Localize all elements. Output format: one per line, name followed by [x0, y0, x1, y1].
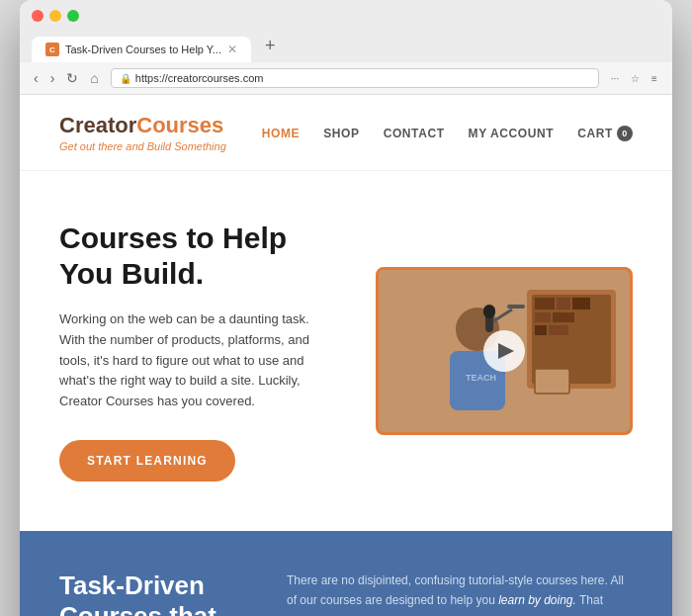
home-nav-button[interactable]: ⌂	[86, 68, 102, 88]
traffic-lights	[32, 10, 660, 22]
hero-section: Courses to Help You Build. Working on th…	[20, 171, 672, 531]
nav-contact[interactable]: CONTACT	[384, 124, 445, 141]
nav-shop-link[interactable]: SHOP	[323, 127, 359, 140]
lock-icon: 🔒	[120, 73, 131, 84]
hero-text: Courses to Help You Build. Working on th…	[59, 220, 346, 482]
blue-section-left: Task-Driven Courses that put the	[59, 571, 257, 616]
minimize-button[interactable]	[49, 10, 61, 22]
svg-rect-15	[483, 305, 495, 318]
maximize-button[interactable]	[67, 10, 79, 22]
site-nav: CreatorCourses Get out there and Build S…	[20, 95, 672, 171]
svg-rect-17	[507, 305, 525, 308]
cart-count-badge: 0	[617, 126, 633, 141]
svg-rect-4	[557, 298, 570, 309]
play-icon	[498, 343, 514, 359]
svg-rect-8	[535, 325, 547, 335]
svg-rect-5	[572, 298, 590, 309]
browser-toolbar: ··· ☆ ≡	[607, 70, 662, 86]
refresh-button[interactable]: ↻	[62, 68, 82, 88]
address-bar[interactable]: 🔒 https://creatorcourses.com	[111, 68, 599, 88]
website-content: CreatorCourses Get out there and Build S…	[20, 95, 672, 616]
blue-section-title: Task-Driven Courses that put the	[59, 571, 257, 616]
svg-rect-3	[535, 298, 555, 309]
tab-close-button[interactable]: ✕	[227, 43, 237, 56]
new-tab-button[interactable]: +	[255, 30, 286, 62]
logo[interactable]: CreatorCourses Get out there and Build S…	[59, 113, 226, 152]
nav-buttons: ‹ › ↻ ⌂	[30, 68, 103, 88]
video-container[interactable]: TEACH	[376, 267, 633, 435]
address-bar-row: ‹ › ↻ ⌂ 🔒 https://creatorcourses.com ···…	[20, 62, 672, 95]
hero-video: TEACH	[376, 267, 633, 435]
nav-home-link[interactable]: HOME	[262, 127, 300, 140]
logo-tagline: Get out there and Build Something	[59, 140, 226, 152]
nav-contact-link[interactable]: CONTACT	[384, 127, 445, 140]
nav-cart[interactable]: CART 0	[577, 124, 633, 141]
back-button[interactable]: ‹	[30, 68, 43, 88]
nav-my-account[interactable]: MY ACCOUNT	[469, 124, 555, 141]
url-text: https://creatorcourses.com	[135, 72, 264, 84]
browser-chrome: C Task-Driven Courses to Help Y... ✕ +	[20, 0, 672, 62]
active-tab[interactable]: C Task-Driven Courses to Help Y... ✕	[32, 37, 251, 62]
logo-courses: Courses	[136, 113, 223, 137]
video-thumbnail: TEACH	[379, 270, 630, 432]
logo-text: CreatorCourses	[59, 113, 226, 138]
svg-rect-7	[553, 312, 574, 322]
browser-window: C Task-Driven Courses to Help Y... ✕ + ‹…	[20, 0, 672, 616]
svg-text:TEACH: TEACH	[466, 373, 496, 383]
cart-badge: CART 0	[577, 126, 633, 141]
bookmark-icon: ☆	[627, 70, 643, 86]
extensions-icon: ···	[607, 70, 623, 86]
hero-description: Working on the web can be a daunting tas…	[59, 309, 336, 412]
close-button[interactable]	[32, 10, 43, 22]
tab-title: Task-Driven Courses to Help Y...	[65, 44, 221, 55]
menu-icon: ≡	[647, 70, 662, 86]
nav-my-account-link[interactable]: MY ACCOUNT	[469, 127, 555, 140]
logo-creator: Creator	[59, 113, 136, 137]
blue-section-right: There are no disjointed, confusing tutor…	[287, 571, 633, 616]
svg-rect-6	[535, 312, 551, 322]
tab-bar: C Task-Driven Courses to Help Y... ✕ +	[32, 30, 660, 62]
hero-title: Courses to Help You Build.	[59, 220, 346, 292]
nav-shop[interactable]: SHOP	[323, 124, 359, 141]
nav-cart-link[interactable]: CART 0	[577, 127, 633, 140]
nav-home[interactable]: HOME	[262, 124, 300, 141]
nav-links: HOME SHOP CONTACT MY ACCOUNT CART 0	[262, 124, 633, 141]
blue-section: Task-Driven Courses that put the There a…	[20, 531, 672, 616]
svg-rect-10	[535, 369, 569, 394]
tab-favicon: C	[45, 43, 59, 56]
play-button[interactable]	[483, 330, 525, 372]
svg-rect-9	[549, 325, 568, 335]
start-learning-button[interactable]: START LEARNING	[59, 440, 235, 482]
blue-section-italic: learn by doing.	[498, 593, 576, 607]
forward-button[interactable]: ›	[46, 68, 59, 88]
